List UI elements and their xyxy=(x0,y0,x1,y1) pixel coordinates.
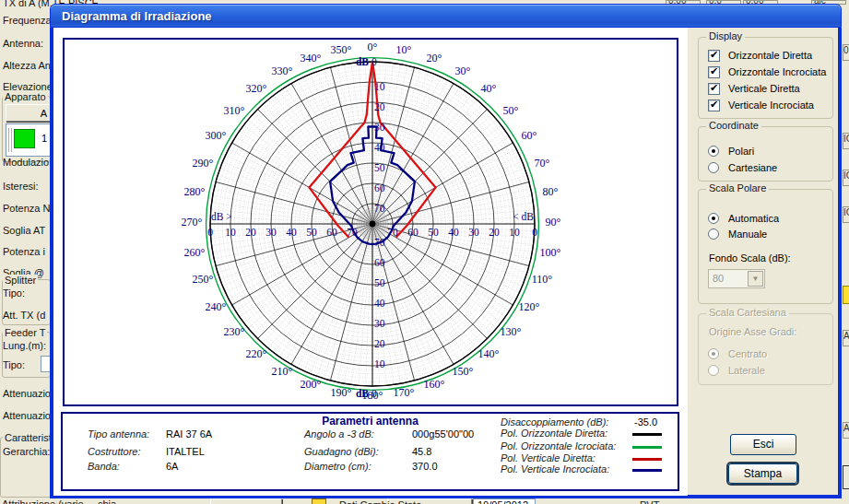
stampa-button[interactable]: Stampa xyxy=(728,463,797,484)
group-display-caption: Display xyxy=(706,30,745,41)
svg-text:70: 70 xyxy=(374,203,385,214)
background-label: Tipo: xyxy=(3,359,25,370)
svg-text:160°: 160° xyxy=(424,378,445,391)
svg-text:70°: 70° xyxy=(535,157,550,170)
param-value: 000g55'00"00 xyxy=(412,428,474,440)
esci-button[interactable]: Esci xyxy=(730,434,796,455)
background-label: Gerarchia: xyxy=(3,446,50,457)
svg-text:60°: 60° xyxy=(522,129,537,142)
checkbox-icon[interactable] xyxy=(708,100,720,111)
svg-text:60: 60 xyxy=(407,227,419,238)
svg-text:20°: 20° xyxy=(427,52,442,64)
svg-text:60: 60 xyxy=(374,182,385,193)
background-column-header-label: A xyxy=(41,108,47,119)
legend-line-swatch xyxy=(632,433,662,436)
grip-line xyxy=(8,128,9,152)
param-label: Angolo a -3 dB: xyxy=(304,428,374,440)
legend-label: Pol. Orizzontale Diretta: xyxy=(501,428,607,439)
background-cell: A xyxy=(843,330,849,346)
svg-text:dB >: dB > xyxy=(211,211,232,222)
background-button-fragment xyxy=(843,465,849,489)
group-scala-cartesiana-caption: Scala Cartesiana xyxy=(706,307,789,318)
param-label: Costruttore: xyxy=(88,446,140,457)
grip-line xyxy=(11,128,12,152)
svg-text:70: 70 xyxy=(374,237,385,248)
svg-text:30: 30 xyxy=(265,227,277,238)
group-scala-cartesiana: Scala Cartesiana Origine Asse Gradi: Cen… xyxy=(698,313,833,385)
svg-text:10°: 10° xyxy=(396,43,412,56)
background-cell: 0 xyxy=(843,44,849,61)
svg-text:10: 10 xyxy=(374,358,385,369)
svg-text:230°: 230° xyxy=(224,325,245,338)
radio-icon[interactable] xyxy=(708,146,719,157)
background-date: 10/05/2012 xyxy=(478,499,528,504)
svg-text:320°: 320° xyxy=(246,82,267,95)
radio-icon[interactable] xyxy=(708,213,719,224)
fondo-scala-value: 80 xyxy=(713,273,724,284)
background-label: Caratterist xyxy=(3,432,53,443)
svg-text:80°: 80° xyxy=(543,185,559,198)
polar-radiation-chart: 0000101010102020202030303030404040405050… xyxy=(65,40,677,404)
svg-text:20: 20 xyxy=(374,101,385,112)
svg-text:150°: 150° xyxy=(453,365,474,378)
svg-text:300°: 300° xyxy=(206,129,227,142)
svg-text:120°: 120° xyxy=(519,300,540,313)
svg-text:140°: 140° xyxy=(478,347,500,360)
background-status-text: Dati Cambio Stato xyxy=(339,499,421,504)
background-status-label: Attribuzione (varie, ...chia xyxy=(2,498,116,504)
background-group-label: PVT xyxy=(640,499,659,504)
background-button-fragment xyxy=(210,498,282,504)
background-label: Lung.(m): xyxy=(3,340,46,351)
svg-text:340°: 340° xyxy=(301,52,322,64)
svg-text:20: 20 xyxy=(245,227,256,238)
background-label: Altezza An xyxy=(3,60,51,71)
param-label: Tipo antenna: xyxy=(88,428,149,440)
svg-text:0: 0 xyxy=(207,227,213,238)
background-list: 1 xyxy=(6,123,51,157)
svg-text:30: 30 xyxy=(374,318,385,329)
svg-text:260°: 260° xyxy=(184,246,206,259)
dialog-titlebar[interactable]: Diagramma di Irradiazione xyxy=(50,4,842,28)
svg-text:290°: 290° xyxy=(193,157,214,170)
svg-text:50: 50 xyxy=(306,227,317,238)
svg-text:310°: 310° xyxy=(224,104,245,117)
svg-text:70: 70 xyxy=(347,227,358,238)
svg-text:280°: 280° xyxy=(184,185,206,198)
param-label: Banda: xyxy=(88,461,120,472)
svg-text:130°: 130° xyxy=(501,325,522,338)
checkbox-icon[interactable] xyxy=(708,83,720,95)
background-column-header: A xyxy=(6,104,51,122)
svg-text:240°: 240° xyxy=(206,300,227,313)
param-value: 45.8 xyxy=(412,446,431,457)
radio-icon[interactable] xyxy=(708,162,719,173)
radio-label: Laterale xyxy=(728,365,765,376)
checkbox-icon[interactable] xyxy=(708,50,720,62)
checkbox-label: Orizzontale Incrociata xyxy=(728,66,826,77)
svg-text:250°: 250° xyxy=(193,273,214,286)
legend-label: Pol. Orizzontale Icrociata: xyxy=(501,440,616,451)
group-coordinate: Coordinate Polari Cartesiane xyxy=(698,126,833,182)
radio-label: Polari xyxy=(728,146,754,157)
param-label: Diametro (cm): xyxy=(304,461,371,472)
radio-icon xyxy=(708,365,719,376)
background-list-value: 1 xyxy=(41,133,47,144)
background-highlight-cell xyxy=(843,286,849,304)
background-label: Attenuazio xyxy=(3,410,51,421)
checkbox-label: Verticale Diretta xyxy=(728,83,800,94)
svg-text:330°: 330° xyxy=(272,64,293,77)
chevron-down-icon: ▼ xyxy=(748,271,763,287)
svg-text:20: 20 xyxy=(489,227,500,238)
fondo-scala-combobox: 80 ▼ xyxy=(708,269,765,288)
param-value: -35.0 xyxy=(634,416,657,428)
param-value: RAI 37 6A xyxy=(166,428,212,440)
radio-icon[interactable] xyxy=(708,229,719,240)
background-cell: IC xyxy=(843,170,849,186)
background-label: Splitter xyxy=(3,275,38,286)
svg-text:110°: 110° xyxy=(532,273,553,286)
svg-text:270°: 270° xyxy=(182,216,203,229)
svg-text:0°: 0° xyxy=(368,41,378,53)
svg-text:50: 50 xyxy=(374,162,385,173)
checkbox-icon[interactable] xyxy=(708,66,720,78)
svg-text:dB: dB xyxy=(356,56,369,67)
radio-label: Manuale xyxy=(728,229,767,240)
